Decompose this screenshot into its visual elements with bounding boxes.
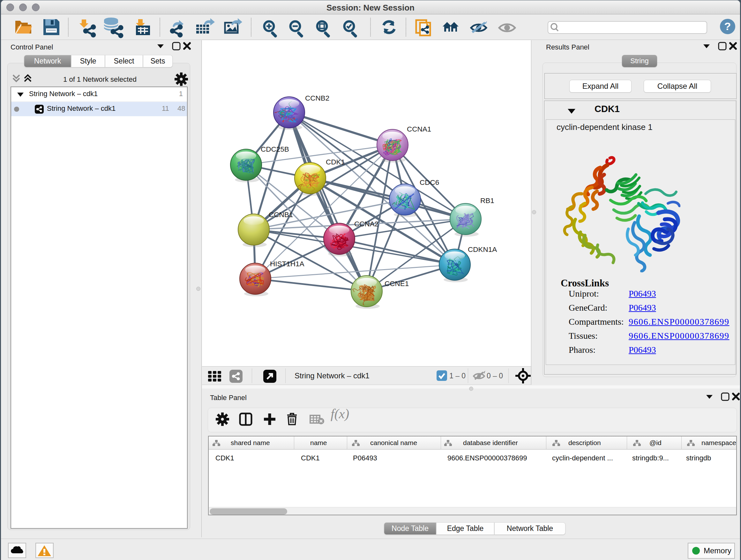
svg-text:CDC25B: CDC25B [261,145,289,153]
svg-text:HIST1H1A: HIST1H1A [270,260,305,268]
svg-text:CDKN1A: CDKN1A [468,246,497,253]
svg-text:CCNB1: CCNB1 [269,211,293,219]
svg-text:RB1: RB1 [480,197,494,205]
svg-text:CCNE1: CCNE1 [385,280,409,288]
svg-text:CCNA2: CCNA2 [354,220,379,228]
svg-text:?: ? [724,20,731,32]
svg-text:CDC6: CDC6 [420,179,439,186]
svg-text:CCNB2: CCNB2 [305,94,329,102]
svg-text:CCNA1: CCNA1 [407,125,431,133]
svg-text:CDK1: CDK1 [326,158,345,166]
